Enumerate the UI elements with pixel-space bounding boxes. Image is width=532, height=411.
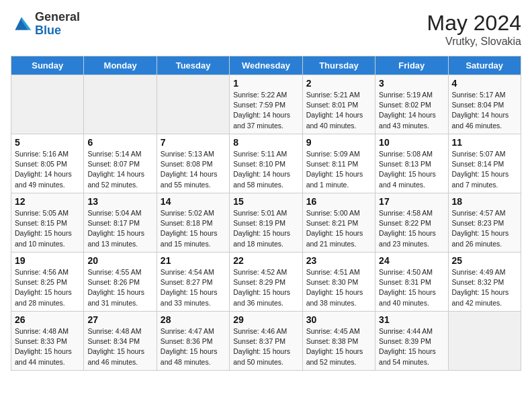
day-info: Sunrise: 5:21 AM Sunset: 8:01 PM Dayligh… [306,90,371,131]
logo-blue: Blue [35,24,61,37]
calendar-cell: 1Sunrise: 5:22 AM Sunset: 7:59 PM Daylig… [230,75,302,134]
calendar-cell: 19Sunrise: 4:56 AM Sunset: 8:25 PM Dayli… [11,253,84,312]
day-info: Sunrise: 4:47 AM Sunset: 8:36 PM Dayligh… [161,326,226,367]
day-info: Sunrise: 5:22 AM Sunset: 7:59 PM Dayligh… [233,90,298,131]
day-number: 11 [452,137,517,148]
month-year: May 2024 [427,11,521,36]
day-info: Sunrise: 4:55 AM Sunset: 8:26 PM Dayligh… [87,267,152,308]
weekday-saturday: Saturday [448,56,521,75]
day-number: 5 [15,137,80,148]
day-number: 2 [306,78,371,89]
logo-general: General [35,10,80,24]
calendar-cell: 5Sunrise: 5:16 AM Sunset: 8:05 PM Daylig… [11,134,84,193]
day-number: 12 [15,196,80,207]
calendar-cell: 7Sunrise: 5:13 AM Sunset: 8:08 PM Daylig… [157,134,229,193]
calendar-cell: 3Sunrise: 5:19 AM Sunset: 8:02 PM Daylig… [375,75,448,134]
day-info: Sunrise: 5:17 AM Sunset: 8:04 PM Dayligh… [452,90,517,131]
calendar-cell: 15Sunrise: 5:01 AM Sunset: 8:19 PM Dayli… [230,193,302,253]
day-info: Sunrise: 5:19 AM Sunset: 8:02 PM Dayligh… [379,90,444,131]
day-info: Sunrise: 5:11 AM Sunset: 8:10 PM Dayligh… [233,149,298,190]
calendar-cell [11,75,84,134]
day-info: Sunrise: 5:02 AM Sunset: 8:18 PM Dayligh… [161,208,226,249]
day-info: Sunrise: 5:07 AM Sunset: 8:14 PM Dayligh… [452,149,517,190]
logo-icon [11,15,32,34]
day-info: Sunrise: 5:13 AM Sunset: 8:08 PM Dayligh… [161,149,226,190]
weekday-tuesday: Tuesday [157,56,229,75]
calendar-cell: 20Sunrise: 4:55 AM Sunset: 8:26 PM Dayli… [84,253,157,312]
day-number: 18 [452,196,517,207]
day-number: 1 [233,78,298,89]
calendar-week-3: 19Sunrise: 4:56 AM Sunset: 8:25 PM Dayli… [11,253,521,312]
day-number: 27 [87,314,152,325]
weekday-thursday: Thursday [302,56,375,75]
calendar-cell: 11Sunrise: 5:07 AM Sunset: 8:14 PM Dayli… [448,134,521,193]
day-info: Sunrise: 5:09 AM Sunset: 8:11 PM Dayligh… [306,149,371,190]
calendar-cell: 25Sunrise: 4:49 AM Sunset: 8:32 PM Dayli… [448,253,521,312]
location: Vrutky, Slovakia [427,36,521,48]
calendar-week-2: 12Sunrise: 5:05 AM Sunset: 8:15 PM Dayli… [11,193,521,253]
day-info: Sunrise: 4:56 AM Sunset: 8:25 PM Dayligh… [15,267,80,308]
logo-text: General Blue [35,11,80,38]
day-number: 17 [379,196,444,207]
day-number: 10 [379,137,444,148]
day-info: Sunrise: 4:57 AM Sunset: 8:23 PM Dayligh… [452,208,517,249]
calendar-cell: 16Sunrise: 5:00 AM Sunset: 8:21 PM Dayli… [302,193,375,253]
day-number: 9 [306,137,371,148]
day-info: Sunrise: 4:44 AM Sunset: 8:39 PM Dayligh… [379,326,444,367]
day-info: Sunrise: 5:05 AM Sunset: 8:15 PM Dayligh… [15,208,80,249]
day-info: Sunrise: 5:08 AM Sunset: 8:13 PM Dayligh… [379,149,444,190]
day-info: Sunrise: 4:50 AM Sunset: 8:31 PM Dayligh… [379,267,444,308]
day-number: 26 [15,314,80,325]
calendar-cell: 4Sunrise: 5:17 AM Sunset: 8:04 PM Daylig… [448,75,521,134]
calendar-cell: 21Sunrise: 4:54 AM Sunset: 8:27 PM Dayli… [157,253,229,312]
calendar-cell: 30Sunrise: 4:45 AM Sunset: 8:38 PM Dayli… [302,312,375,371]
day-number: 20 [87,255,152,266]
calendar-cell [84,75,157,134]
weekday-friday: Friday [375,56,448,75]
day-info: Sunrise: 5:16 AM Sunset: 8:05 PM Dayligh… [15,149,80,190]
calendar-cell: 17Sunrise: 4:58 AM Sunset: 8:22 PM Dayli… [375,193,448,253]
page-header: General Blue May 2024 Vrutky, Slovakia [11,11,521,48]
calendar-cell: 10Sunrise: 5:08 AM Sunset: 8:13 PM Dayli… [375,134,448,193]
calendar-cell: 22Sunrise: 4:52 AM Sunset: 8:29 PM Dayli… [230,253,302,312]
weekday-header-row: SundayMondayTuesdayWednesdayThursdayFrid… [11,56,521,75]
calendar-cell: 27Sunrise: 4:48 AM Sunset: 8:34 PM Dayli… [84,312,157,371]
calendar-cell: 28Sunrise: 4:47 AM Sunset: 8:36 PM Dayli… [157,312,229,371]
day-info: Sunrise: 4:48 AM Sunset: 8:34 PM Dayligh… [87,326,152,367]
calendar-cell: 9Sunrise: 5:09 AM Sunset: 8:11 PM Daylig… [302,134,375,193]
calendar-cell: 14Sunrise: 5:02 AM Sunset: 8:18 PM Dayli… [157,193,229,253]
title-block: May 2024 Vrutky, Slovakia [427,11,521,48]
day-info: Sunrise: 4:52 AM Sunset: 8:29 PM Dayligh… [233,267,298,308]
day-number: 8 [233,137,298,148]
day-number: 16 [306,196,371,207]
day-number: 4 [452,78,517,89]
day-number: 29 [233,314,298,325]
day-number: 31 [379,314,444,325]
day-info: Sunrise: 4:45 AM Sunset: 8:38 PM Dayligh… [306,326,371,367]
day-number: 21 [161,255,226,266]
logo: General Blue [11,11,80,38]
day-number: 19 [15,255,80,266]
day-info: Sunrise: 4:54 AM Sunset: 8:27 PM Dayligh… [161,267,226,308]
calendar-cell: 2Sunrise: 5:21 AM Sunset: 8:01 PM Daylig… [302,75,375,134]
day-number: 15 [233,196,298,207]
day-number: 3 [379,78,444,89]
day-info: Sunrise: 4:58 AM Sunset: 8:22 PM Dayligh… [379,208,444,249]
day-info: Sunrise: 4:46 AM Sunset: 8:37 PM Dayligh… [233,326,298,367]
calendar-week-4: 26Sunrise: 4:48 AM Sunset: 8:33 PM Dayli… [11,312,521,371]
calendar-cell: 18Sunrise: 4:57 AM Sunset: 8:23 PM Dayli… [448,193,521,253]
calendar-body: 1Sunrise: 5:22 AM Sunset: 7:59 PM Daylig… [11,75,521,371]
day-number: 23 [306,255,371,266]
day-number: 28 [161,314,226,325]
weekday-wednesday: Wednesday [230,56,302,75]
calendar-cell: 6Sunrise: 5:14 AM Sunset: 8:07 PM Daylig… [84,134,157,193]
calendar-week-1: 5Sunrise: 5:16 AM Sunset: 8:05 PM Daylig… [11,134,521,193]
calendar-week-0: 1Sunrise: 5:22 AM Sunset: 7:59 PM Daylig… [11,75,521,134]
day-number: 13 [87,196,152,207]
calendar-cell [448,312,521,371]
day-info: Sunrise: 5:01 AM Sunset: 8:19 PM Dayligh… [233,208,298,249]
calendar-cell [157,75,229,134]
calendar-cell: 31Sunrise: 4:44 AM Sunset: 8:39 PM Dayli… [375,312,448,371]
calendar-table: SundayMondayTuesdayWednesdayThursdayFrid… [11,56,521,371]
calendar-cell: 13Sunrise: 5:04 AM Sunset: 8:17 PM Dayli… [84,193,157,253]
